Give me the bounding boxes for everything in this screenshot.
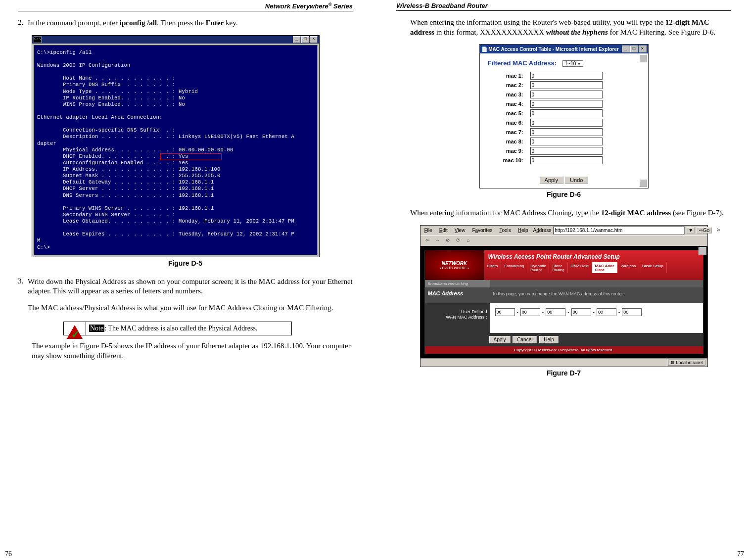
mac-input-2[interactable] [530,81,603,89]
menu-tools[interactable]: Tools [498,228,513,233]
menu-file[interactable]: FFileile [422,228,434,233]
tab-wireless[interactable]: Wireless [617,262,639,273]
figure-d7-caption: Figure D-7 [396,369,731,377]
tab-forwarding[interactable]: Forwarding [501,262,527,273]
help-button[interactable]: Help [539,336,559,343]
mac-input-6[interactable] [530,119,603,127]
wan-mac-octet-5[interactable] [597,308,616,316]
scroll-up-icon[interactable] [699,247,706,255]
address-input[interactable] [553,227,685,234]
minimize-icon[interactable]: _ [293,36,301,43]
step2-text: In the command prompt, enter ipconfig /a… [28,18,353,28]
mac-input-10[interactable] [530,156,603,164]
mac-input-9[interactable] [530,147,603,155]
figure-d7-window: FFileile Edit View Favorites Tools Help … [420,225,708,367]
wan-mac-octet-1[interactable] [495,308,515,316]
tab-dmz-host[interactable]: DMZ Host [568,262,592,273]
mac-input-4[interactable] [530,100,603,108]
mac-row-label: mac 6: [488,120,530,126]
page-number-left: 76 [5,550,12,558]
step2-number: 2. [18,18,28,28]
mac-input-1[interactable] [530,72,603,80]
section-description: In this page, you can change the WAN MAC… [490,287,703,303]
right-p2: When entering information for MAC Addres… [410,208,731,218]
tab-filters[interactable]: Filters [484,262,502,273]
refresh-icon[interactable]: ⟳ [454,237,462,245]
fig6-titlebar: 📄 MAC Access Control Table - Microsoft I… [480,45,648,53]
terminal-icon: C:\ [34,36,42,43]
dropdown-icon[interactable]: ▼ [687,227,695,233]
fig7-menubar: FFileile Edit View Favorites Tools Help … [421,226,707,235]
address-label: Address [533,228,551,233]
stop-icon[interactable]: ⊘ [444,237,452,245]
mac-input-7[interactable] [530,128,603,136]
wan-mac-octet-3[interactable] [546,308,565,316]
wan-mac-octet-6[interactable] [622,308,642,316]
close-icon[interactable]: × [310,36,318,43]
tab-mac-addr[interactable]: MAC AddrClone [592,262,618,273]
ie-icon: 📄 [481,47,487,52]
menu-help[interactable]: Help [516,228,530,233]
wan-mac-octet-4[interactable] [571,308,591,316]
mac-row-label: mac 2: [488,82,530,88]
terminal-output: C:\>ipconfig /all Windows 2000 IP Config… [34,45,318,255]
maximize-icon[interactable]: □ [630,46,638,52]
mac-row-label: mac 1: [488,73,530,79]
mac-row-label: mac 7: [488,129,530,135]
undo-button[interactable]: Undo [564,176,588,184]
tab-static[interactable]: StaticRouting [549,262,567,273]
router-logo: NETWORK • EVERYWHERE • [425,250,484,280]
scroll-up-icon[interactable] [639,54,647,62]
note-text: Note: The MAC address is also called the… [86,322,260,335]
cancel-button[interactable]: Cancel [513,336,537,343]
close-icon[interactable]: × [639,46,647,52]
mac-input-3[interactable] [530,91,603,98]
zone-indicator: Local intranet [668,360,705,366]
tab-basic-setup[interactable]: Basic Setup [639,262,667,273]
apply-button[interactable]: Apply [539,176,564,184]
mac-input-5[interactable] [530,109,603,117]
step3-text: Write down the Physical Address as shown… [28,277,353,320]
mac-row-label: mac 5: [488,110,530,116]
header-left: Network Everywhere® Series [18,2,353,11]
menu-edit[interactable]: Edit [437,228,450,233]
go-button[interactable]: ⇨Go [697,227,712,233]
figure-d6-window: 📄 MAC Access Control Table - Microsoft I… [479,44,649,188]
apply-button[interactable]: Apply [489,336,511,343]
menu-favorites[interactable]: Favorites [470,228,494,233]
subheader-label: Broadband Networking [425,280,490,287]
back-icon[interactable]: ⇦ [423,237,431,245]
range-select[interactable]: 1~10 [562,60,584,67]
scroll-down-icon[interactable] [639,179,647,187]
fig6-heading: Filtered MAC Address: 1~10 [488,59,640,67]
step3-example: The example in Figure D-5 shows the IP a… [32,341,353,361]
mac-row-label: mac 4: [488,101,530,107]
note-box: Note: The MAC address is also called the… [63,322,292,335]
minimize-icon[interactable]: _ [622,46,630,52]
status-bar: Local intranet [421,358,707,367]
right-p1: When entering the information using the … [410,18,731,37]
section-title: MAC Address [425,287,490,303]
mac-row-label: mac 3: [488,92,530,97]
router-footer: Copyright 2002 Network Everywhere, All r… [425,346,703,354]
figure-d5-caption: Figure D-5 [18,259,353,267]
menu-view[interactable]: View [453,228,468,233]
ie-logo-icon: 🏳 [714,228,723,233]
wan-mac-octet-2[interactable] [520,308,540,316]
mac-input-8[interactable] [530,138,603,145]
step3-number: 3. [18,277,28,320]
figure-d5-terminal: C:\ _□× C:\>ipconfig /all Windows 2000 I… [32,35,320,257]
tab-dynamic[interactable]: DynamicRouting [527,262,549,273]
forward-icon[interactable]: → [433,237,441,245]
window-controls: _□× [292,36,318,43]
router-page-title: Wireless Access Point Router Advanced Se… [484,250,703,262]
header-right: Wireless-B Broadband Router [396,2,731,11]
maximize-icon[interactable]: □ [301,36,309,43]
page-number-right: 77 [737,550,744,558]
physical-address-highlight [160,153,222,160]
note-icon [64,322,86,335]
mac-row-label: mac 10: [488,157,530,163]
mac-row-label: mac 9: [488,148,530,154]
home-icon[interactable]: ⌂ [465,237,472,245]
terminal-titlebar: C:\ _□× [32,36,319,44]
